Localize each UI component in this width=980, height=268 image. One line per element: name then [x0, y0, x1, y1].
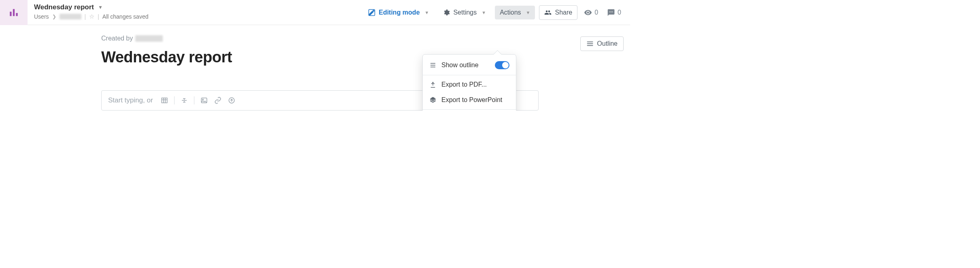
- menu-separator: [423, 109, 516, 110]
- report-title-dropdown[interactable]: Wednesday report ▼: [34, 3, 148, 11]
- svg-rect-0: [10, 12, 11, 16]
- separator: [174, 96, 175, 104]
- star-icon[interactable]: ☆: [89, 13, 94, 20]
- caret-down-icon: ▼: [526, 10, 530, 15]
- upload-icon: [429, 81, 437, 88]
- title-area: Wednesday report ▼ Users ❯ | ☆ | All cha…: [28, 0, 153, 20]
- svg-point-14: [202, 99, 204, 100]
- eye-icon: [584, 9, 592, 17]
- editing-mode-button[interactable]: Editing mode ▼: [363, 6, 434, 19]
- caret-down-icon: ▼: [98, 4, 103, 10]
- separator: |: [85, 13, 86, 20]
- breadcrumb-user[interactable]: [60, 14, 81, 19]
- gear-icon: [443, 9, 450, 16]
- layers-icon: [429, 96, 437, 104]
- menu-show-outline[interactable]: Show outline: [423, 57, 516, 73]
- views-count[interactable]: 0: [582, 9, 601, 17]
- menu-export-ppt[interactable]: Export to PowerPoint: [423, 92, 516, 108]
- report-title: Wednesday report: [34, 3, 94, 11]
- list-icon: [586, 40, 594, 47]
- bar-chart-icon: [9, 7, 19, 18]
- divider-icon[interactable]: [180, 96, 188, 104]
- settings-button[interactable]: Settings ▼: [438, 6, 491, 19]
- app-logo[interactable]: [0, 0, 28, 25]
- menu-export-pdf[interactable]: Export to PDF...: [423, 77, 516, 92]
- separator: [194, 96, 194, 104]
- breadcrumb-root[interactable]: Users: [34, 13, 49, 20]
- edit-icon: [368, 9, 375, 16]
- toolbar: Editing mode ▼ Settings ▼ Actions ▼ Shar…: [363, 0, 624, 25]
- share-button[interactable]: Share: [539, 5, 577, 20]
- top-bar: Wednesday report ▼ Users ❯ | ☆ | All cha…: [0, 0, 630, 25]
- upload-icon[interactable]: [228, 96, 236, 104]
- svg-rect-4: [162, 98, 167, 103]
- breadcrumb-row: Users ❯ | ☆ | All changes saved: [34, 13, 148, 20]
- caret-down-icon: ▼: [425, 10, 429, 15]
- people-icon: [544, 9, 552, 16]
- created-by-label: Created by: [101, 35, 539, 42]
- outline-toggle-button[interactable]: Outline: [580, 36, 624, 51]
- content-area: Outline Created by Wednesday report Star…: [0, 25, 630, 111]
- caret-down-icon: ▼: [481, 10, 486, 15]
- list-icon: [429, 62, 437, 69]
- comments-count[interactable]: 0: [605, 9, 624, 17]
- actions-button[interactable]: Actions ▼: [495, 6, 535, 19]
- svg-rect-2: [16, 13, 17, 16]
- chevron-right-icon: ❯: [52, 14, 56, 19]
- svg-rect-1: [13, 9, 15, 16]
- author-name: [135, 35, 163, 42]
- separator: |: [98, 13, 99, 20]
- editor-placeholder: Start typing, or: [108, 96, 155, 104]
- menu-separator: [423, 75, 516, 75]
- image-icon[interactable]: [200, 96, 208, 104]
- save-status: All changes saved: [102, 13, 149, 20]
- table-icon[interactable]: [160, 96, 168, 104]
- outline-toggle-switch[interactable]: [495, 61, 509, 69]
- comment-icon: [607, 9, 615, 17]
- actions-dropdown: Show outline Export to PDF... Export to …: [422, 54, 516, 111]
- link-icon[interactable]: [214, 96, 222, 104]
